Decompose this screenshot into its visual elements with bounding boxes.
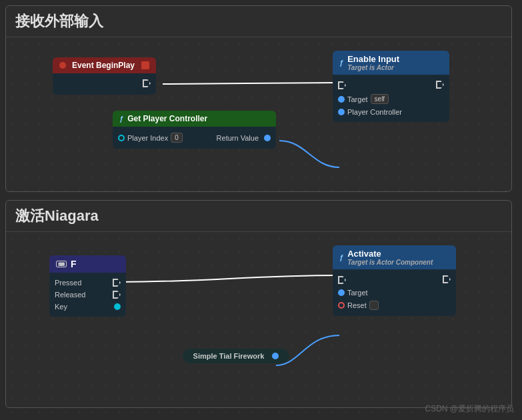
get-player-controller-header: ƒ Get Player Controller [113, 111, 276, 127]
event-begin-play-node[interactable]: Event BeginPlay [53, 57, 156, 95]
target-label: Target [347, 95, 368, 103]
get-player-controller-title: Get Player Controller [127, 114, 207, 123]
section-receive-input: 接收外部输入 Event BeginPlay [5, 5, 512, 192]
player-index-label: Player Index [127, 134, 168, 142]
activate-target-label: Target [347, 289, 368, 297]
activate-target-row: Target [333, 287, 456, 299]
key-f-title: F [71, 259, 77, 269]
enable-input-title: Enable Input [347, 54, 399, 64]
activate-subtitle: Target is Actor Component [347, 259, 433, 266]
player-index-row: Player Index 0 Return Value [113, 131, 276, 145]
player-index-value[interactable]: 0 [171, 133, 183, 143]
enable-input-exec-row [333, 79, 449, 92]
pressed-label: Pressed [55, 279, 81, 287]
section1-content: Event BeginPlay ƒ Enable Input Target is… [6, 37, 511, 201]
get-player-controller-node[interactable]: ƒ Get Player Controller Player Index 0 R… [113, 111, 276, 149]
section-activate-niagara: 激活Niagara ⌨ F Pressed Released [5, 200, 512, 408]
enable-input-target-row: Target self [333, 92, 449, 106]
get-player-controller-body: Player Index 0 Return Value [113, 127, 276, 149]
firework-title: Simple Tial Firework [193, 352, 265, 360]
activate-header: ƒ Activate Target is Actor Component [333, 245, 456, 269]
key-f-node[interactable]: ⌨ F Pressed Released Key [49, 255, 126, 317]
released-label: Released [55, 291, 85, 299]
activate-reset-row: Reset [333, 299, 456, 312]
enable-input-subtitle: Target is Actor [347, 64, 399, 71]
fn-icon3: ƒ [339, 253, 343, 261]
activate-reset-label: Reset [347, 301, 367, 309]
key-f-body: Pressed Released Key [49, 273, 126, 317]
firework-header: Simple Tial Firework [183, 349, 289, 363]
enable-input-controller-row: Player Controller [333, 106, 449, 118]
player-controller-pin[interactable] [338, 109, 345, 115]
activate-title: Activate [347, 249, 433, 259]
activate-node[interactable]: ƒ Activate Target is Actor Component Tar… [333, 245, 456, 316]
firework-pin[interactable] [272, 353, 279, 359]
target-pin[interactable] [338, 96, 345, 103]
key-f-header: ⌨ F [49, 255, 126, 273]
key-pin[interactable] [114, 303, 121, 310]
released-exec-pin[interactable] [113, 291, 121, 299]
pressed-exec-pin[interactable] [113, 279, 121, 287]
target-self-box[interactable]: self [371, 94, 389, 104]
return-value-label: Return Value [217, 134, 259, 142]
fn-icon: ƒ [339, 59, 343, 67]
simple-tial-firework-node[interactable]: Simple Tial Firework [183, 349, 289, 363]
event-exec-out-row [53, 77, 156, 91]
event-begin-play-title: Event BeginPlay [72, 61, 135, 70]
watermark: CSDN @爱折腾的程序员 [425, 403, 514, 415]
activate-exec-out-pin[interactable] [443, 275, 451, 283]
event-badge [141, 61, 149, 69]
activate-reset-pin[interactable] [338, 302, 345, 309]
player-index-pin[interactable] [118, 135, 125, 141]
activate-exec-in-pin[interactable] [338, 276, 346, 284]
section1-title: 接收外部输入 [6, 6, 511, 37]
event-icon [59, 62, 66, 69]
event-exec-out-pin[interactable] [143, 79, 151, 87]
section2-title: 激活Niagara [6, 201, 511, 232]
event-begin-play-body [53, 73, 156, 95]
activate-target-pin[interactable] [338, 289, 345, 296]
fn-icon2: ƒ [119, 115, 123, 123]
released-row: Released [49, 289, 126, 301]
pressed-row: Pressed [49, 277, 126, 289]
event-begin-play-header: Event BeginPlay [53, 57, 156, 73]
player-controller-label: Player Controller [347, 108, 402, 116]
keyboard-icon: ⌨ [56, 261, 67, 267]
activate-exec-row [333, 273, 456, 287]
enable-input-exec-in-pin[interactable] [338, 81, 346, 89]
enable-input-header: ƒ Enable Input Target is Actor [333, 51, 449, 75]
enable-input-exec-out-pin[interactable] [436, 81, 444, 89]
activate-reset-box[interactable] [369, 301, 379, 310]
section2-content: ⌨ F Pressed Released Key [6, 232, 511, 415]
enable-input-body: Target self Player Controller [333, 75, 449, 122]
key-label: Key [55, 303, 67, 311]
activate-body: Target Reset [333, 269, 456, 316]
enable-input-node[interactable]: ƒ Enable Input Target is Actor Target se… [333, 51, 449, 122]
return-value-pin[interactable] [264, 135, 271, 141]
key-row: Key [49, 301, 126, 313]
